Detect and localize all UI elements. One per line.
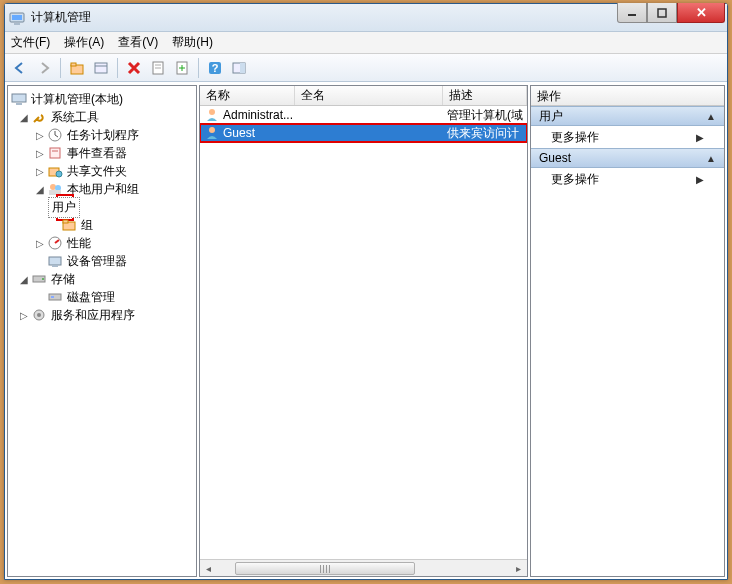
device-icon: [46, 253, 64, 269]
horizontal-scrollbar[interactable]: ◂ ▸: [200, 559, 527, 576]
svg-rect-4: [658, 9, 666, 17]
menu-file[interactable]: 文件(F): [11, 34, 50, 51]
close-button[interactable]: ✕: [677, 3, 725, 23]
svg-point-39: [37, 313, 41, 317]
up-button[interactable]: [66, 57, 88, 79]
col-fullname[interactable]: 全名: [295, 86, 443, 105]
expand-icon[interactable]: ▷: [34, 130, 46, 141]
svg-rect-20: [50, 148, 60, 158]
col-desc[interactable]: 描述: [443, 86, 527, 105]
svg-rect-18: [16, 103, 22, 105]
actions-more-users[interactable]: 更多操作 ▶: [531, 126, 724, 148]
tree-local-users-groups[interactable]: ◢ 本地用户和组: [8, 180, 196, 198]
actions-more-guest[interactable]: 更多操作 ▶: [531, 168, 724, 190]
actions-header: 操作: [531, 86, 724, 106]
minimize-button[interactable]: [617, 3, 647, 23]
submenu-icon: ▶: [696, 174, 704, 185]
properties-button[interactable]: [147, 57, 169, 79]
submenu-icon: ▶: [696, 132, 704, 143]
svg-point-23: [56, 171, 62, 177]
collapse-icon: ▲: [706, 111, 716, 122]
delete-button[interactable]: [123, 57, 145, 79]
svg-point-41: [209, 127, 215, 133]
svg-point-24: [50, 184, 56, 190]
svg-rect-33: [52, 265, 58, 267]
app-icon: [9, 10, 25, 26]
forward-button[interactable]: [33, 57, 55, 79]
toolbar: ?: [5, 54, 727, 82]
expand-icon[interactable]: ▷: [34, 148, 46, 159]
menubar: 文件(F) 操作(A) 查看(V) 帮助(H): [5, 32, 727, 54]
services-icon: [30, 307, 48, 323]
scroll-left-icon[interactable]: ◂: [200, 560, 217, 577]
menu-action[interactable]: 操作(A): [64, 34, 104, 51]
tree-pane[interactable]: 计算机管理(本地) ◢ 系统工具 ▷ 任务计划程序 ▷ 事件查看器 ▷ 共享文件…: [7, 85, 197, 577]
computer-icon: [10, 91, 28, 107]
list-body[interactable]: Administrat... 管理计算机(域 Guest 供来宾访问计: [200, 106, 527, 559]
tree-services-apps[interactable]: ▷ 服务和应用程序: [8, 306, 196, 324]
computer-management-window: 计算机管理 ✕ 文件(F) 操作(A) 查看(V) 帮助(H) ? 计算机管理: [4, 3, 728, 580]
svg-rect-30: [63, 220, 68, 223]
titlebar[interactable]: 计算机管理 ✕: [5, 4, 727, 32]
svg-rect-17: [12, 94, 26, 102]
menu-help[interactable]: 帮助(H): [172, 34, 213, 51]
tree-storage[interactable]: ◢ 存储: [8, 270, 196, 288]
tree-disk-management[interactable]: 磁盘管理: [8, 288, 196, 306]
collapse-icon[interactable]: ◢: [18, 274, 30, 285]
scroll-thumb[interactable]: [235, 562, 415, 575]
svg-rect-16: [240, 63, 245, 73]
options-button[interactable]: [90, 57, 112, 79]
menu-view[interactable]: 查看(V): [118, 34, 158, 51]
tools-icon: [30, 109, 48, 125]
export-button[interactable]: [171, 57, 193, 79]
scroll-right-icon[interactable]: ▸: [510, 560, 527, 577]
event-icon: [46, 145, 64, 161]
help-button[interactable]: ?: [204, 57, 226, 79]
tree-shared-folders[interactable]: ▷ 共享文件夹: [8, 162, 196, 180]
disk-icon: [46, 289, 64, 305]
collapse-icon: ▲: [706, 153, 716, 164]
col-name[interactable]: 名称: [200, 86, 295, 105]
expand-icon[interactable]: ▷: [34, 166, 46, 177]
actions-group-guest[interactable]: Guest ▲: [531, 148, 724, 168]
svg-rect-36: [49, 294, 61, 300]
user-icon: [204, 125, 220, 141]
clock-icon: [46, 127, 64, 143]
actions-pane: 操作 用户 ▲ 更多操作 ▶ Guest ▲ 更多操作 ▶: [530, 85, 725, 577]
svg-text:?: ?: [212, 62, 219, 74]
svg-rect-1: [12, 15, 22, 20]
tree-event-viewer[interactable]: ▷ 事件查看器: [8, 144, 196, 162]
actions-group-users[interactable]: 用户 ▲: [531, 106, 724, 126]
svg-point-40: [209, 109, 215, 115]
svg-rect-37: [51, 296, 54, 298]
folder-icon: [60, 217, 78, 233]
tree-device-manager[interactable]: 设备管理器: [8, 252, 196, 270]
expand-icon[interactable]: ▷: [18, 310, 30, 321]
collapse-icon[interactable]: ◢: [18, 112, 30, 123]
svg-point-35: [42, 278, 44, 280]
performance-icon: [46, 235, 64, 251]
expand-icon[interactable]: ▷: [34, 238, 46, 249]
maximize-button[interactable]: [647, 3, 677, 23]
user-icon: [204, 107, 220, 123]
collapse-icon[interactable]: ◢: [34, 184, 46, 195]
svg-rect-7: [95, 63, 107, 73]
share-icon: [46, 163, 64, 179]
svg-rect-2: [14, 23, 20, 25]
storage-icon: [30, 271, 48, 287]
back-button[interactable]: [9, 57, 31, 79]
tree-system-tools[interactable]: ◢ 系统工具: [8, 108, 196, 126]
main-body: 计算机管理(本地) ◢ 系统工具 ▷ 任务计划程序 ▷ 事件查看器 ▷ 共享文件…: [5, 82, 727, 579]
tree-task-scheduler[interactable]: ▷ 任务计划程序: [8, 126, 196, 144]
tree-root[interactable]: 计算机管理(本地): [8, 90, 196, 108]
list-row-selected[interactable]: Guest 供来宾访问计: [200, 124, 527, 142]
tree-performance[interactable]: ▷ 性能: [8, 234, 196, 252]
list-pane: 名称 全名 描述 Administrat... 管理计算机(域 Guest: [199, 85, 528, 577]
tree-groups[interactable]: 组: [8, 216, 196, 234]
list-row[interactable]: Administrat... 管理计算机(域: [200, 106, 527, 124]
svg-rect-6: [71, 63, 76, 66]
svg-rect-32: [49, 257, 61, 265]
show-hide-button[interactable]: [228, 57, 250, 79]
tree-users[interactable]: 用户: [8, 198, 196, 216]
list-header: 名称 全名 描述: [200, 86, 527, 106]
